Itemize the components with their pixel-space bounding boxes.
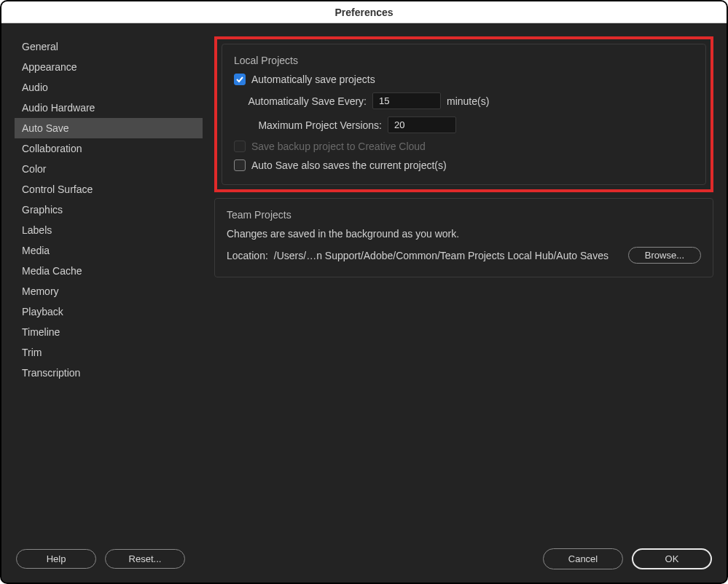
ok-button[interactable]: OK (632, 548, 712, 569)
sidebar-item-media[interactable]: Media (15, 240, 203, 261)
sidebar-item-audio[interactable]: Audio (15, 77, 203, 98)
also-save-current-row: Auto Save also saves the current project… (234, 159, 694, 171)
sidebar-item-memory[interactable]: Memory (15, 281, 203, 301)
interval-label: Automatically Save Every: (247, 95, 367, 107)
sidebar-item-appearance[interactable]: Appearance (15, 57, 203, 77)
team-projects-title: Team Projects (227, 209, 701, 221)
team-desc: Changes are saved in the background as y… (227, 228, 459, 240)
sidebar-item-transcription[interactable]: Transcription (15, 363, 203, 383)
local-projects-title: Local Projects (234, 55, 694, 66)
sidebar-item-timeline[interactable]: Timeline (15, 322, 203, 342)
help-button[interactable]: Help (16, 549, 96, 569)
cancel-button[interactable]: Cancel (543, 548, 623, 569)
content-area: General Appearance Audio Audio Hardware … (1, 23, 727, 538)
sidebar-item-auto-save[interactable]: Auto Save (15, 118, 203, 138)
check-icon (235, 75, 244, 84)
team-desc-row: Changes are saved in the background as y… (227, 228, 701, 240)
location-value: /Users/…n Support/Adobe/Common/Team Proj… (274, 250, 608, 261)
sidebar-item-trim[interactable]: Trim (15, 342, 203, 363)
max-versions-input[interactable] (388, 117, 456, 133)
auto-save-row: Automatically save projects (234, 74, 694, 85)
interval-row: Automatically Save Every: minute(s) (234, 92, 694, 109)
sidebar-item-collaboration[interactable]: Collaboration (15, 138, 203, 159)
local-projects-group: Local Projects Automatically save projec… (222, 44, 706, 185)
auto-save-label: Automatically save projects (251, 74, 375, 85)
browse-button[interactable]: Browse... (628, 247, 701, 264)
also-save-current-label: Auto Save also saves the current project… (251, 159, 447, 171)
backup-cloud-label: Save backup project to Creative Cloud (251, 141, 426, 152)
window-titlebar: Preferences (1, 1, 727, 23)
footer-right: Cancel OK (543, 548, 712, 569)
main-panel: Local Projects Automatically save projec… (214, 36, 713, 538)
sidebar-item-graphics[interactable]: Graphics (15, 200, 203, 220)
sidebar-item-media-cache[interactable]: Media Cache (15, 261, 203, 281)
also-save-current-checkbox[interactable] (234, 159, 246, 171)
location-row: Location: /Users/…n Support/Adobe/Common… (227, 247, 701, 264)
team-projects-group: Team Projects Changes are saved in the b… (214, 198, 713, 277)
max-versions-row: Maximum Project Versions: (234, 117, 694, 133)
reset-button[interactable]: Reset... (105, 549, 185, 569)
footer: Help Reset... Cancel OK (1, 538, 727, 583)
sidebar-item-audio-hardware[interactable]: Audio Hardware (15, 98, 203, 118)
highlight-annotation: Local Projects Automatically save projec… (214, 36, 713, 192)
sidebar-item-playback[interactable]: Playback (15, 301, 203, 322)
sidebar-item-control-surface[interactable]: Control Surface (15, 179, 203, 200)
window-title: Preferences (334, 7, 393, 18)
sidebar-item-general[interactable]: General (15, 36, 203, 57)
preferences-window: Preferences General Appearance Audio Aud… (0, 0, 728, 584)
auto-save-checkbox[interactable] (234, 74, 246, 85)
max-versions-label: Maximum Project Versions: (247, 119, 382, 131)
backup-cloud-checkbox (234, 141, 246, 152)
sidebar-item-color[interactable]: Color (15, 159, 203, 179)
sidebar: General Appearance Audio Audio Hardware … (15, 36, 203, 538)
sidebar-item-labels[interactable]: Labels (15, 220, 203, 240)
backup-cloud-row: Save backup project to Creative Cloud (234, 141, 694, 152)
location-label: Location: (227, 250, 268, 261)
interval-input[interactable] (372, 92, 441, 109)
interval-unit-label: minute(s) (447, 95, 489, 107)
